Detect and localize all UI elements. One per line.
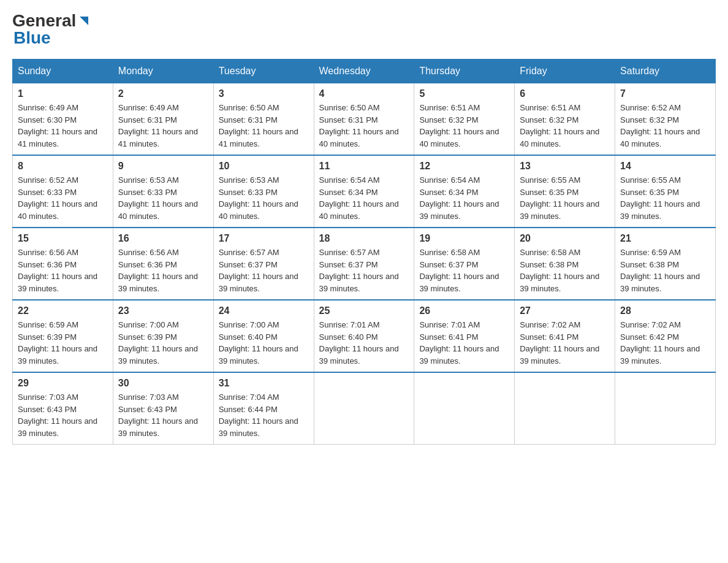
- day-number: 31: [219, 378, 309, 389]
- day-number: 12: [419, 161, 509, 172]
- week-row-3: 15 Sunrise: 6:56 AM Sunset: 6:36 PM Dayl…: [13, 228, 716, 300]
- header-saturday: Saturday: [615, 59, 716, 83]
- day-number: 9: [118, 161, 208, 172]
- day-cell: 17 Sunrise: 6:57 AM Sunset: 6:37 PM Dayl…: [213, 228, 314, 300]
- day-cell: [515, 372, 615, 445]
- day-number: 25: [319, 305, 409, 316]
- logo-triangle-icon: [77, 14, 91, 28]
- day-info: Sunrise: 7:04 AM Sunset: 6:44 PM Dayligh…: [219, 391, 309, 439]
- day-cell: 28 Sunrise: 7:02 AM Sunset: 6:42 PM Dayl…: [615, 300, 716, 372]
- day-number: 13: [520, 161, 610, 172]
- day-info: Sunrise: 6:49 AM Sunset: 6:30 PM Dayligh…: [18, 102, 108, 150]
- day-cell: 16 Sunrise: 6:56 AM Sunset: 6:36 PM Dayl…: [113, 228, 213, 300]
- day-cell: 26 Sunrise: 7:01 AM Sunset: 6:41 PM Dayl…: [414, 300, 515, 372]
- day-cell: 5 Sunrise: 6:51 AM Sunset: 6:32 PM Dayli…: [414, 83, 515, 156]
- day-number: 26: [419, 305, 509, 316]
- logo-general-text: General: [12, 12, 76, 29]
- header-wednesday: Wednesday: [314, 59, 414, 83]
- logo-container: General Blue: [12, 12, 91, 47]
- day-cell: 4 Sunrise: 6:50 AM Sunset: 6:31 PM Dayli…: [314, 83, 414, 156]
- day-number: 6: [520, 88, 610, 99]
- day-info: Sunrise: 7:01 AM Sunset: 6:41 PM Dayligh…: [419, 319, 509, 367]
- week-row-5: 29 Sunrise: 7:03 AM Sunset: 6:43 PM Dayl…: [13, 372, 716, 445]
- day-number: 11: [319, 161, 409, 172]
- logo-blue-text: Blue: [13, 29, 91, 47]
- day-number: 15: [18, 233, 108, 244]
- day-number: 10: [219, 161, 309, 172]
- day-info: Sunrise: 6:56 AM Sunset: 6:36 PM Dayligh…: [18, 247, 108, 294]
- day-cell: 1 Sunrise: 6:49 AM Sunset: 6:30 PM Dayli…: [13, 83, 113, 156]
- day-cell: 19 Sunrise: 6:58 AM Sunset: 6:37 PM Dayl…: [414, 228, 515, 300]
- day-cell: 25 Sunrise: 7:01 AM Sunset: 6:40 PM Dayl…: [314, 300, 414, 372]
- day-info: Sunrise: 6:54 AM Sunset: 6:34 PM Dayligh…: [419, 174, 509, 222]
- day-number: 2: [118, 88, 208, 99]
- day-number: 1: [18, 88, 108, 99]
- day-number: 17: [219, 233, 309, 244]
- day-info: Sunrise: 7:02 AM Sunset: 6:42 PM Dayligh…: [620, 319, 710, 367]
- day-cell: [615, 372, 716, 445]
- day-cell: 2 Sunrise: 6:49 AM Sunset: 6:31 PM Dayli…: [113, 83, 213, 156]
- day-cell: 30 Sunrise: 7:03 AM Sunset: 6:43 PM Dayl…: [113, 372, 213, 445]
- day-cell: 8 Sunrise: 6:52 AM Sunset: 6:33 PM Dayli…: [13, 155, 113, 228]
- day-info: Sunrise: 7:00 AM Sunset: 6:39 PM Dayligh…: [118, 319, 208, 367]
- day-info: Sunrise: 6:57 AM Sunset: 6:37 PM Dayligh…: [219, 247, 309, 294]
- header-monday: Monday: [113, 59, 213, 83]
- day-number: 23: [118, 305, 208, 316]
- day-number: 21: [620, 233, 710, 244]
- day-number: 30: [118, 378, 208, 389]
- day-info: Sunrise: 6:51 AM Sunset: 6:32 PM Dayligh…: [419, 102, 509, 150]
- day-info: Sunrise: 6:55 AM Sunset: 6:35 PM Dayligh…: [620, 174, 710, 222]
- day-info: Sunrise: 6:53 AM Sunset: 6:33 PM Dayligh…: [219, 174, 309, 222]
- day-info: Sunrise: 6:53 AM Sunset: 6:33 PM Dayligh…: [118, 174, 208, 222]
- header-thursday: Thursday: [414, 59, 515, 83]
- day-info: Sunrise: 7:00 AM Sunset: 6:40 PM Dayligh…: [219, 319, 309, 367]
- day-cell: 6 Sunrise: 6:51 AM Sunset: 6:32 PM Dayli…: [515, 83, 615, 156]
- day-info: Sunrise: 6:58 AM Sunset: 6:37 PM Dayligh…: [419, 247, 509, 294]
- day-info: Sunrise: 6:52 AM Sunset: 6:32 PM Dayligh…: [620, 102, 710, 150]
- week-row-4: 22 Sunrise: 6:59 AM Sunset: 6:39 PM Dayl…: [13, 300, 716, 372]
- day-info: Sunrise: 7:03 AM Sunset: 6:43 PM Dayligh…: [18, 391, 108, 439]
- day-cell: 9 Sunrise: 6:53 AM Sunset: 6:33 PM Dayli…: [113, 155, 213, 228]
- calendar-table: SundayMondayTuesdayWednesdayThursdayFrid…: [12, 59, 716, 445]
- header-tuesday: Tuesday: [213, 59, 314, 83]
- day-number: 29: [18, 378, 108, 389]
- day-number: 22: [18, 305, 108, 316]
- day-info: Sunrise: 6:50 AM Sunset: 6:31 PM Dayligh…: [219, 102, 309, 150]
- day-info: Sunrise: 6:52 AM Sunset: 6:33 PM Dayligh…: [18, 174, 108, 222]
- day-number: 16: [118, 233, 208, 244]
- day-number: 4: [319, 88, 409, 99]
- day-info: Sunrise: 6:59 AM Sunset: 6:39 PM Dayligh…: [18, 319, 108, 367]
- day-cell: 18 Sunrise: 6:57 AM Sunset: 6:37 PM Dayl…: [314, 228, 414, 300]
- day-cell: [314, 372, 414, 445]
- logo: General Blue: [12, 12, 91, 47]
- day-info: Sunrise: 6:58 AM Sunset: 6:38 PM Dayligh…: [520, 247, 610, 294]
- day-cell: [414, 372, 515, 445]
- day-cell: 31 Sunrise: 7:04 AM Sunset: 6:44 PM Dayl…: [213, 372, 314, 445]
- day-cell: 24 Sunrise: 7:00 AM Sunset: 6:40 PM Dayl…: [213, 300, 314, 372]
- day-number: 19: [419, 233, 509, 244]
- day-cell: 10 Sunrise: 6:53 AM Sunset: 6:33 PM Dayl…: [213, 155, 314, 228]
- day-cell: 22 Sunrise: 6:59 AM Sunset: 6:39 PM Dayl…: [13, 300, 113, 372]
- day-info: Sunrise: 7:01 AM Sunset: 6:40 PM Dayligh…: [319, 319, 409, 367]
- day-info: Sunrise: 6:55 AM Sunset: 6:35 PM Dayligh…: [520, 174, 610, 222]
- day-info: Sunrise: 6:50 AM Sunset: 6:31 PM Dayligh…: [319, 102, 409, 150]
- day-cell: 7 Sunrise: 6:52 AM Sunset: 6:32 PM Dayli…: [615, 83, 716, 156]
- day-number: 7: [620, 88, 710, 99]
- day-cell: 23 Sunrise: 7:00 AM Sunset: 6:39 PM Dayl…: [113, 300, 213, 372]
- header-sunday: Sunday: [13, 59, 113, 83]
- svg-marker-0: [80, 17, 88, 25]
- day-info: Sunrise: 6:56 AM Sunset: 6:36 PM Dayligh…: [118, 247, 208, 294]
- day-cell: 20 Sunrise: 6:58 AM Sunset: 6:38 PM Dayl…: [515, 228, 615, 300]
- week-row-2: 8 Sunrise: 6:52 AM Sunset: 6:33 PM Dayli…: [13, 155, 716, 228]
- day-number: 18: [319, 233, 409, 244]
- day-cell: 13 Sunrise: 6:55 AM Sunset: 6:35 PM Dayl…: [515, 155, 615, 228]
- day-number: 8: [18, 161, 108, 172]
- day-info: Sunrise: 6:51 AM Sunset: 6:32 PM Dayligh…: [520, 102, 610, 150]
- day-number: 3: [219, 88, 309, 99]
- day-number: 5: [419, 88, 509, 99]
- day-info: Sunrise: 6:57 AM Sunset: 6:37 PM Dayligh…: [319, 247, 409, 294]
- day-cell: 29 Sunrise: 7:03 AM Sunset: 6:43 PM Dayl…: [13, 372, 113, 445]
- day-cell: 21 Sunrise: 6:59 AM Sunset: 6:38 PM Dayl…: [615, 228, 716, 300]
- day-info: Sunrise: 7:02 AM Sunset: 6:41 PM Dayligh…: [520, 319, 610, 367]
- day-cell: 11 Sunrise: 6:54 AM Sunset: 6:34 PM Dayl…: [314, 155, 414, 228]
